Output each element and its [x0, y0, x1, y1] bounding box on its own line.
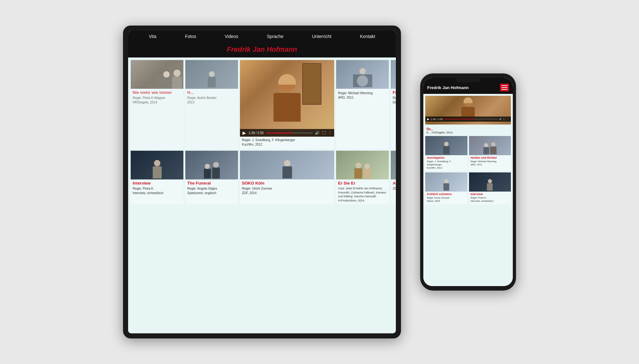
tablet-title-bar: Fredrik Jan Hofmann [128, 42, 396, 57]
hamburger-line-2 [502, 87, 507, 88]
phone-site-title: Fredrik Jan Hofmann [427, 85, 469, 90]
video-meta-soko: Regie: Ulrich Zrenner ZDF, 2014 [242, 186, 332, 195]
phone-video-mini-sub: K... [427, 131, 431, 134]
tablet-screen: Vita Fotos Videos Sprache Unterricht Kon… [128, 31, 396, 333]
video-title-about-me: About me [393, 181, 396, 186]
video-meta-froehlich: Regie: Kevin Schulze Dekra, 2009 [393, 96, 396, 105]
video-row-1: Nie mehr wie immer Regie: Petra K.Wagner… [131, 60, 393, 149]
video-meta-about-me: 2018 [393, 186, 396, 191]
phone-screen: Fredrik Jan Hofmann [423, 78, 513, 286]
tablet-nav: Vita Fotos Videos Sprache Unterricht Kon… [128, 31, 396, 42]
video-meta-unknown4: Regie: Michael Wenning ARD, 2011 [338, 91, 387, 100]
phone-card-investigation[interactable]: Investigation Regie: J. Smedberg, F. Kli… [425, 136, 467, 171]
video-card-about-me[interactable]: About me 2018 [391, 151, 396, 204]
phone-more-icon[interactable]: ⋮ [507, 118, 509, 120]
phone-video-mini-year: Hr/Degeto, 2014 [432, 131, 453, 134]
video-meta-funeral: Regie: Angela Gilges Spielszene, englisc… [187, 186, 236, 195]
phone-card-title-interview: Interview [471, 193, 510, 196]
video-meta-h: Regie: André Becker 2013 [187, 96, 236, 105]
video-card-froehlich[interactable]: Fröhlich scheitern Regie: Kevin Schulze … [391, 60, 396, 149]
video-meta-er-sie-er: Cast: Jokel (Fredrik Jan Hofmann), Freun… [338, 186, 387, 202]
phone-video-grid: Investigation Regie: J. Smedberg, F. Kli… [425, 136, 511, 204]
video-title-soko: SOKO Köln [242, 181, 332, 186]
phone-video-text: Re... K... Hr/Degeto, 2014 [425, 126, 511, 136]
video-title-er-sie-er: Er Sie Er [338, 181, 387, 186]
video-card-funeral[interactable]: The Funeral Regie: Angela Gilges Spielsz… [185, 151, 238, 204]
video-time: 1:39 / 2:55 [249, 131, 264, 135]
phone-card-title-froehlich: Fröhlich scheitern [427, 193, 466, 196]
video-title-funeral: The Funeral [187, 181, 236, 186]
nav-kontakt[interactable]: Kontakt [360, 34, 375, 39]
video-meta-interview: Regie: Petra K. Interview, schwedisch [133, 186, 181, 195]
video-title-nie-mehr: Nie mehr wie immer [133, 90, 181, 95]
phone-fullscreen-icon[interactable]: ⛶ [503, 118, 505, 120]
video-title-h: H... [187, 90, 236, 95]
phone-card-interview[interactable]: Interview Regie: Petra K. Interview, sch… [469, 172, 511, 204]
video-card-nie-mehr[interactable]: Nie mehr wie immer Regie: Petra K.Wagner… [131, 60, 183, 149]
hamburger-menu-button[interactable] [500, 84, 509, 91]
fullscreen-icon[interactable]: ⛶ [322, 131, 326, 135]
phone-video-player[interactable]: ▶ 1:39 / 2:55 🔊 ⛶ ⋮ [425, 96, 511, 125]
phone-card-froehlich[interactable]: Fröhlich scheitern Regie: Kevin Schulze … [425, 172, 467, 204]
site-title: Fredrik Jan Hofmann [128, 45, 396, 54]
phone-card-meta-interview: Regie: Petra K. Interview, schwedisch [471, 196, 510, 203]
phone-card-henker[interactable]: Henker und Richter Regie: Michael Wennin… [469, 136, 511, 171]
video-card-interview[interactable]: Interview Regie: Petra K. Interview, sch… [131, 151, 183, 204]
phone-time: 1:39 / 2:55 [431, 118, 443, 121]
phone-notch [455, 78, 481, 82]
phone-card-meta-froehlich: Regie: Kevin Schulze Dekra, 2009 [427, 196, 466, 203]
video-meta-active: Regie: J. Smedberg, F. Klingenberger Kur… [242, 138, 332, 147]
play-icon[interactable]: ▶ [243, 130, 246, 135]
progress-bar[interactable] [266, 133, 312, 133]
more-options-icon[interactable]: ⋮ [328, 131, 332, 135]
video-title-froehlich: Fröhlich scheitern [393, 90, 396, 95]
tablet-content: Nie mehr wie immer Regie: Petra K.Wagner… [128, 57, 396, 333]
nav-sprache[interactable]: Sprache [267, 34, 283, 39]
video-card-soko[interactable]: SOKO Köln Regie: Ulrich Zrenner ZDF, 201… [240, 151, 334, 204]
phone-player-controls: ▶ 1:39 / 2:55 🔊 ⛶ ⋮ [425, 117, 511, 122]
phone-device: Fredrik Jan Hofmann [420, 73, 516, 291]
phone-volume-icon[interactable]: 🔊 [499, 118, 502, 120]
phone-video-mini-title: Re... [427, 127, 433, 131]
nav-vita[interactable]: Vita [149, 34, 157, 39]
phone-progress-bar[interactable] [444, 119, 498, 119]
nav-videos[interactable]: Videos [225, 34, 238, 39]
video-card-active[interactable]: ▶ 1:39 / 2:55 🔊 ⛶ ⋮ [240, 60, 334, 149]
video-title-interview: Interview [133, 181, 181, 186]
phone-content: ▶ 1:39 / 2:55 🔊 ⛶ ⋮ Re... K... Hr/Degeto… [423, 94, 513, 286]
video-card-er-sie-er[interactable]: Er Sie Er Cast: Jokel (Fredrik Jan Hofma… [336, 151, 389, 204]
tablet-device: Vita Fotos Videos Sprache Unterricht Kon… [123, 26, 401, 338]
nav-fotos[interactable]: Fotos [185, 34, 196, 39]
phone-card-title-henker: Henker und Richter [471, 156, 510, 159]
video-card-h[interactable]: H... Regie: André Becker 2013 [185, 60, 238, 149]
phone-card-meta-investigation: Regie: J. Smedberg, F. Klingenberger Kur… [427, 160, 466, 169]
video-card-unknown4[interactable]: Regie: Michael Wenning ARD, 2011 [336, 60, 389, 149]
hamburger-line-3 [502, 89, 507, 90]
video-meta-nie-mehr: Regie: Petra K.Wagner HR/Degeto, 2014 [133, 96, 181, 105]
volume-icon[interactable]: 🔊 [315, 131, 320, 135]
nav-unterricht[interactable]: Unterricht [312, 34, 332, 39]
hamburger-line-1 [502, 85, 507, 86]
phone-card-meta-henker: Regie: Michael Wenning ARD, 2011 [471, 160, 510, 166]
video-row-2: Interview Regie: Petra K. Interview, sch… [131, 151, 393, 204]
phone-card-title-investigation: Investigation [427, 156, 466, 159]
phone-play-icon[interactable]: ▶ [427, 118, 429, 121]
